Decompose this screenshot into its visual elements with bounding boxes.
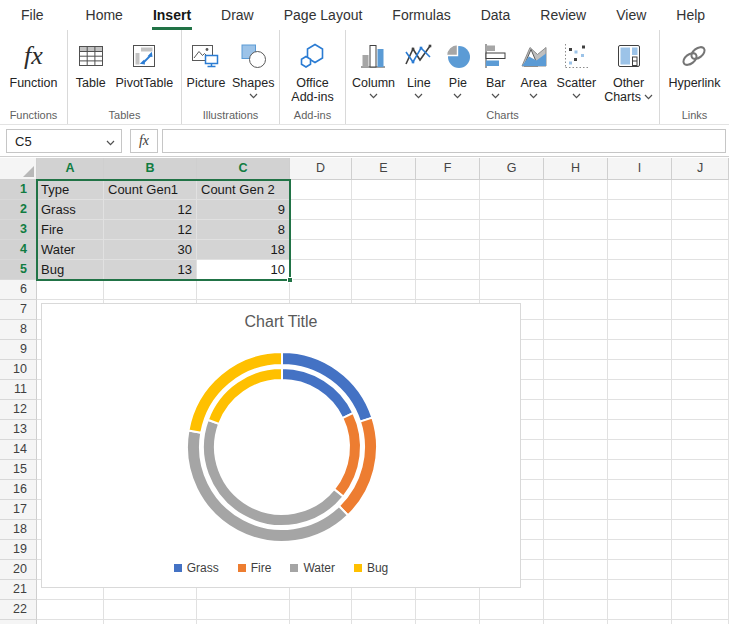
cell-I16[interactable] <box>608 480 672 500</box>
row-header-11[interactable]: 11 <box>0 380 37 400</box>
cell-I22[interactable] <box>608 600 672 620</box>
cell-J21[interactable] <box>672 580 729 600</box>
cell-H1[interactable] <box>544 180 608 200</box>
area-button[interactable]: Area <box>517 34 551 99</box>
cell-F23[interactable] <box>416 620 480 624</box>
cell-I10[interactable] <box>608 360 672 380</box>
cell-I18[interactable] <box>608 520 672 540</box>
cell-B6[interactable] <box>104 280 197 300</box>
cell-I21[interactable] <box>608 580 672 600</box>
cell-H15[interactable] <box>544 460 608 480</box>
row-header-10[interactable]: 10 <box>0 360 37 380</box>
cell-A2[interactable]: Grass <box>37 200 104 220</box>
cell-I17[interactable] <box>608 500 672 520</box>
cell-B3[interactable]: 12 <box>104 220 197 240</box>
cell-A3[interactable]: Fire <box>37 220 104 240</box>
cell-G1[interactable] <box>480 180 544 200</box>
cell-C23[interactable] <box>197 620 290 624</box>
scatter-button[interactable]: Scatter <box>555 34 599 99</box>
tab-draw[interactable]: Draw <box>206 0 269 30</box>
cell-J17[interactable] <box>672 500 729 520</box>
cell-H17[interactable] <box>544 500 608 520</box>
row-header-9[interactable]: 9 <box>0 340 37 360</box>
row-header-16[interactable]: 16 <box>0 480 37 500</box>
legend-item-water[interactable]: Water <box>290 561 335 575</box>
cell-H18[interactable] <box>544 520 608 540</box>
cell-G22[interactable] <box>480 600 544 620</box>
column-header-i[interactable]: I <box>608 158 672 180</box>
cell-F5[interactable] <box>416 260 480 280</box>
cell-I2[interactable] <box>608 200 672 220</box>
cell-J19[interactable] <box>672 540 729 560</box>
cell-A22[interactable] <box>37 600 104 620</box>
cell-H19[interactable] <box>544 540 608 560</box>
row-header-21[interactable]: 21 <box>0 580 37 600</box>
cell-J13[interactable] <box>672 420 729 440</box>
cell-J18[interactable] <box>672 520 729 540</box>
column-header-c[interactable]: C <box>197 158 290 180</box>
name-box[interactable]: C5 <box>6 129 122 153</box>
cell-J14[interactable] <box>672 440 729 460</box>
cell-J7[interactable] <box>672 300 729 320</box>
cell-B22[interactable] <box>104 600 197 620</box>
cell-J5[interactable] <box>672 260 729 280</box>
shapes-button[interactable]: Shapes <box>230 34 276 99</box>
cell-G23[interactable] <box>480 620 544 624</box>
cell-H12[interactable] <box>544 400 608 420</box>
cell-J4[interactable] <box>672 240 729 260</box>
cell-H7[interactable] <box>544 300 608 320</box>
cell-D4[interactable] <box>290 240 352 260</box>
cell-J15[interactable] <box>672 460 729 480</box>
tab-page-layout[interactable]: Page Layout <box>269 0 378 30</box>
cell-E6[interactable] <box>352 280 416 300</box>
cell-I7[interactable] <box>608 300 672 320</box>
hyperlink-button[interactable]: Hyperlink <box>666 34 722 90</box>
cell-H23[interactable] <box>544 620 608 624</box>
cell-F22[interactable] <box>416 600 480 620</box>
legend-item-bug[interactable]: Bug <box>354 561 388 575</box>
cell-J12[interactable] <box>672 400 729 420</box>
cell-I12[interactable] <box>608 400 672 420</box>
cell-H10[interactable] <box>544 360 608 380</box>
cell-J20[interactable] <box>672 560 729 580</box>
cell-J6[interactable] <box>672 280 729 300</box>
cell-H9[interactable] <box>544 340 608 360</box>
cell-F3[interactable] <box>416 220 480 240</box>
cell-A23[interactable] <box>37 620 104 624</box>
row-header-1[interactable]: 1 <box>0 180 37 200</box>
column-button[interactable]: Column <box>350 34 397 99</box>
cell-H14[interactable] <box>544 440 608 460</box>
cell-E23[interactable] <box>352 620 416 624</box>
row-header-13[interactable]: 13 <box>0 420 37 440</box>
row-header-18[interactable]: 18 <box>0 520 37 540</box>
cell-H3[interactable] <box>544 220 608 240</box>
cell-E5[interactable] <box>352 260 416 280</box>
select-all-corner[interactable] <box>0 158 37 180</box>
cell-D5[interactable] <box>290 260 352 280</box>
cell-B5[interactable]: 13 <box>104 260 197 280</box>
row-header-23[interactable]: 23 <box>0 620 37 624</box>
line-button[interactable]: Line <box>401 34 437 99</box>
tab-insert[interactable]: Insert <box>138 0 206 30</box>
tab-review[interactable]: Review <box>525 0 601 30</box>
legend-item-fire[interactable]: Fire <box>238 561 272 575</box>
cell-H22[interactable] <box>544 600 608 620</box>
cell-H11[interactable] <box>544 380 608 400</box>
cell-F1[interactable] <box>416 180 480 200</box>
cell-F6[interactable] <box>416 280 480 300</box>
column-header-d[interactable]: D <box>290 158 352 180</box>
cell-C22[interactable] <box>197 600 290 620</box>
cell-D23[interactable] <box>290 620 352 624</box>
cell-B1[interactable]: Count Gen1 <box>104 180 197 200</box>
cell-E1[interactable] <box>352 180 416 200</box>
row-header-15[interactable]: 15 <box>0 460 37 480</box>
cell-B2[interactable]: 12 <box>104 200 197 220</box>
row-header-8[interactable]: 8 <box>0 320 37 340</box>
column-header-g[interactable]: G <box>480 158 544 180</box>
cell-A5[interactable]: Bug <box>37 260 104 280</box>
cell-I4[interactable] <box>608 240 672 260</box>
cell-H21[interactable] <box>544 580 608 600</box>
column-header-e[interactable]: E <box>352 158 416 180</box>
bar-button[interactable]: Bar <box>479 34 513 99</box>
cell-D22[interactable] <box>290 600 352 620</box>
